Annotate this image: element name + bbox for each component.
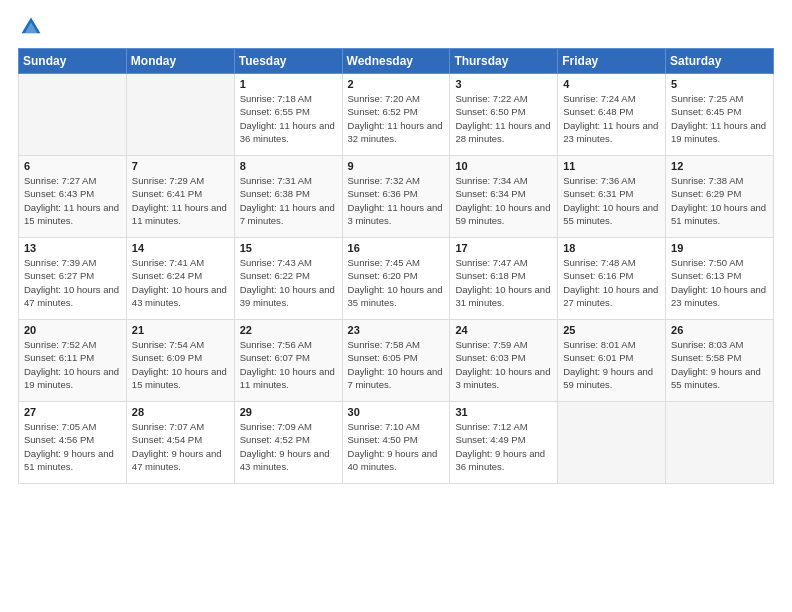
day-info: Sunrise: 7:41 AMSunset: 6:24 PMDaylight:… [132,256,229,309]
calendar-cell [126,74,234,156]
day-number: 12 [671,160,768,172]
calendar-cell: 15Sunrise: 7:43 AMSunset: 6:22 PMDayligh… [234,238,342,320]
sunrise-text: Sunrise: 7:27 AM [24,174,121,187]
sunrise-text: Sunrise: 8:03 AM [671,338,768,351]
day-number: 25 [563,324,660,336]
calendar-cell: 16Sunrise: 7:45 AMSunset: 6:20 PMDayligh… [342,238,450,320]
calendar-cell: 18Sunrise: 7:48 AMSunset: 6:16 PMDayligh… [558,238,666,320]
day-info: Sunrise: 7:43 AMSunset: 6:22 PMDaylight:… [240,256,337,309]
daylight-text: Daylight: 10 hours and 27 minutes. [563,283,660,310]
day-info: Sunrise: 7:07 AMSunset: 4:54 PMDaylight:… [132,420,229,473]
sunset-text: Sunset: 4:56 PM [24,433,121,446]
calendar-cell: 29Sunrise: 7:09 AMSunset: 4:52 PMDayligh… [234,402,342,484]
calendar-cell: 11Sunrise: 7:36 AMSunset: 6:31 PMDayligh… [558,156,666,238]
calendar-cell: 14Sunrise: 7:41 AMSunset: 6:24 PMDayligh… [126,238,234,320]
calendar-cell: 21Sunrise: 7:54 AMSunset: 6:09 PMDayligh… [126,320,234,402]
calendar-cell: 8Sunrise: 7:31 AMSunset: 6:38 PMDaylight… [234,156,342,238]
calendar-cell [19,74,127,156]
sunrise-text: Sunrise: 7:07 AM [132,420,229,433]
calendar-cell: 28Sunrise: 7:07 AMSunset: 4:54 PMDayligh… [126,402,234,484]
day-info: Sunrise: 7:52 AMSunset: 6:11 PMDaylight:… [24,338,121,391]
daylight-text: Daylight: 10 hours and 55 minutes. [563,201,660,228]
calendar-table: SundayMondayTuesdayWednesdayThursdayFrid… [18,48,774,484]
sunrise-text: Sunrise: 7:31 AM [240,174,337,187]
calendar-week-row: 20Sunrise: 7:52 AMSunset: 6:11 PMDayligh… [19,320,774,402]
day-info: Sunrise: 7:36 AMSunset: 6:31 PMDaylight:… [563,174,660,227]
day-number: 4 [563,78,660,90]
sunrise-text: Sunrise: 7:24 AM [563,92,660,105]
daylight-text: Daylight: 11 hours and 7 minutes. [240,201,337,228]
calendar-cell: 27Sunrise: 7:05 AMSunset: 4:56 PMDayligh… [19,402,127,484]
day-number: 29 [240,406,337,418]
day-number: 28 [132,406,229,418]
day-info: Sunrise: 7:56 AMSunset: 6:07 PMDaylight:… [240,338,337,391]
daylight-text: Daylight: 9 hours and 47 minutes. [132,447,229,474]
sunset-text: Sunset: 6:52 PM [348,105,445,118]
day-info: Sunrise: 7:39 AMSunset: 6:27 PMDaylight:… [24,256,121,309]
day-info: Sunrise: 7:38 AMSunset: 6:29 PMDaylight:… [671,174,768,227]
weekday-header-thursday: Thursday [450,49,558,74]
day-number: 1 [240,78,337,90]
calendar-cell: 5Sunrise: 7:25 AMSunset: 6:45 PMDaylight… [666,74,774,156]
weekday-header-row: SundayMondayTuesdayWednesdayThursdayFrid… [19,49,774,74]
day-number: 21 [132,324,229,336]
day-info: Sunrise: 7:29 AMSunset: 6:41 PMDaylight:… [132,174,229,227]
daylight-text: Daylight: 9 hours and 51 minutes. [24,447,121,474]
sunset-text: Sunset: 6:01 PM [563,351,660,364]
daylight-text: Daylight: 10 hours and 15 minutes. [132,365,229,392]
daylight-text: Daylight: 11 hours and 28 minutes. [455,119,552,146]
sunset-text: Sunset: 4:49 PM [455,433,552,446]
day-info: Sunrise: 7:18 AMSunset: 6:55 PMDaylight:… [240,92,337,145]
sunrise-text: Sunrise: 7:25 AM [671,92,768,105]
sunrise-text: Sunrise: 7:50 AM [671,256,768,269]
day-info: Sunrise: 7:09 AMSunset: 4:52 PMDaylight:… [240,420,337,473]
day-info: Sunrise: 7:12 AMSunset: 4:49 PMDaylight:… [455,420,552,473]
sunset-text: Sunset: 6:27 PM [24,269,121,282]
day-info: Sunrise: 7:47 AMSunset: 6:18 PMDaylight:… [455,256,552,309]
calendar-cell: 23Sunrise: 7:58 AMSunset: 6:05 PMDayligh… [342,320,450,402]
day-info: Sunrise: 7:27 AMSunset: 6:43 PMDaylight:… [24,174,121,227]
daylight-text: Daylight: 10 hours and 11 minutes. [240,365,337,392]
day-number: 10 [455,160,552,172]
daylight-text: Daylight: 10 hours and 43 minutes. [132,283,229,310]
daylight-text: Daylight: 10 hours and 31 minutes. [455,283,552,310]
sunrise-text: Sunrise: 7:41 AM [132,256,229,269]
sunrise-text: Sunrise: 8:01 AM [563,338,660,351]
sunset-text: Sunset: 6:55 PM [240,105,337,118]
day-number: 27 [24,406,121,418]
sunset-text: Sunset: 6:09 PM [132,351,229,364]
calendar-week-row: 27Sunrise: 7:05 AMSunset: 4:56 PMDayligh… [19,402,774,484]
calendar-cell [666,402,774,484]
sunset-text: Sunset: 6:16 PM [563,269,660,282]
day-info: Sunrise: 8:03 AMSunset: 5:58 PMDaylight:… [671,338,768,391]
day-number: 5 [671,78,768,90]
day-number: 15 [240,242,337,254]
day-number: 3 [455,78,552,90]
day-info: Sunrise: 8:01 AMSunset: 6:01 PMDaylight:… [563,338,660,391]
daylight-text: Daylight: 11 hours and 23 minutes. [563,119,660,146]
sunset-text: Sunset: 6:22 PM [240,269,337,282]
sunrise-text: Sunrise: 7:22 AM [455,92,552,105]
day-number: 7 [132,160,229,172]
day-info: Sunrise: 7:22 AMSunset: 6:50 PMDaylight:… [455,92,552,145]
daylight-text: Daylight: 11 hours and 19 minutes. [671,119,768,146]
sunrise-text: Sunrise: 7:32 AM [348,174,445,187]
sunset-text: Sunset: 6:29 PM [671,187,768,200]
day-number: 24 [455,324,552,336]
daylight-text: Daylight: 11 hours and 36 minutes. [240,119,337,146]
sunset-text: Sunset: 5:58 PM [671,351,768,364]
weekday-header-tuesday: Tuesday [234,49,342,74]
sunrise-text: Sunrise: 7:54 AM [132,338,229,351]
calendar-week-row: 6Sunrise: 7:27 AMSunset: 6:43 PMDaylight… [19,156,774,238]
calendar-cell: 19Sunrise: 7:50 AMSunset: 6:13 PMDayligh… [666,238,774,320]
day-number: 17 [455,242,552,254]
sunset-text: Sunset: 6:36 PM [348,187,445,200]
calendar-cell: 10Sunrise: 7:34 AMSunset: 6:34 PMDayligh… [450,156,558,238]
day-number: 26 [671,324,768,336]
daylight-text: Daylight: 10 hours and 7 minutes. [348,365,445,392]
daylight-text: Daylight: 10 hours and 47 minutes. [24,283,121,310]
sunrise-text: Sunrise: 7:10 AM [348,420,445,433]
sunset-text: Sunset: 6:05 PM [348,351,445,364]
sunrise-text: Sunrise: 7:59 AM [455,338,552,351]
sunset-text: Sunset: 6:34 PM [455,187,552,200]
